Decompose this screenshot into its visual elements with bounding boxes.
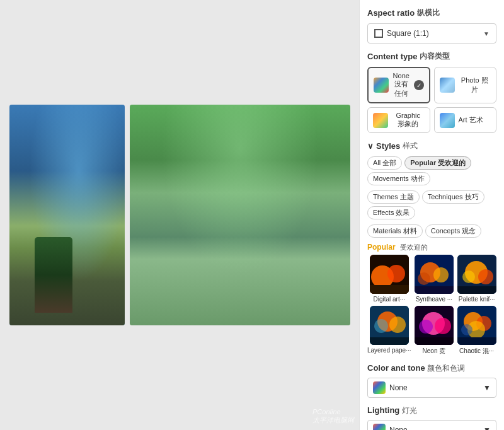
aspect-ratio-section: Aspect ratio 纵横比 Square (1:1) ▼ (367, 8, 496, 44)
tag-concepts[interactable]: Concepts 观念 (425, 224, 482, 238)
svg-rect-13 (49, 272, 60, 310)
svg-line-44 (316, 202, 319, 234)
color-tone-section: Color and tone 颜色和色调 None ▼ (367, 363, 496, 398)
svg-point-42 (190, 278, 205, 291)
tag-materials[interactable]: Materials 材料 (367, 224, 423, 238)
popular-chinese: 受欢迎的 (400, 243, 428, 251)
svg-point-49 (387, 265, 405, 282)
aspect-ratio-label: Aspect ratio (367, 8, 415, 18)
art-icon (440, 113, 455, 128)
svg-rect-22 (130, 142, 350, 218)
content-type-photo[interactable]: Photo 照片 (434, 67, 497, 103)
svg-line-43 (146, 199, 149, 231)
style-item-chaotic[interactable]: Chaotic 混··· (457, 306, 496, 356)
svg-point-31 (226, 261, 229, 264)
svg-point-53 (433, 267, 449, 282)
svg-point-63 (389, 317, 406, 333)
svg-rect-41 (257, 265, 283, 282)
photo-icon (440, 78, 455, 93)
image-left (9, 105, 125, 325)
content-type-graphic[interactable]: Graphic 形象的 (367, 107, 430, 133)
lighting-dropdown[interactable]: None ▼ (367, 420, 496, 430)
svg-rect-7 (63, 187, 72, 199)
popular-header: Popular 受欢迎的 (367, 243, 496, 252)
aspect-ratio-value: Square (1:1) (387, 29, 429, 38)
svg-rect-60 (457, 286, 496, 294)
image-container (9, 105, 350, 325)
tag-movements[interactable]: Movements 动作 (367, 172, 430, 185)
style-item-neon[interactable]: Neon 霓 (415, 306, 454, 356)
color-tone-chevron-icon: ▼ (483, 383, 491, 392)
aspect-ratio-chinese: 纵横比 (417, 8, 440, 18)
style-item-layered-paper[interactable]: Layered pape··· (367, 306, 411, 356)
style-tags-row3: Materials 材料 Concepts 观念 (367, 224, 496, 238)
tag-themes[interactable]: Themes 主题 (367, 190, 420, 204)
style-item-syntheave[interactable]: Syntheave ··· (415, 255, 454, 303)
content-type-title: Content type 内容类型 (367, 51, 496, 62)
svg-point-58 (478, 269, 493, 284)
style-name-digital-art: Digital art··· (367, 296, 411, 303)
svg-point-38 (227, 235, 253, 258)
aspect-ratio-dropdown[interactable]: Square (1:1) ▼ (367, 23, 496, 44)
svg-point-34 (248, 270, 251, 273)
svg-point-24 (180, 120, 256, 177)
style-name-layered-paper: Layered pape··· (367, 347, 411, 354)
none-icon (374, 78, 389, 93)
style-thumb-digital-art (370, 255, 409, 294)
svg-point-4 (22, 295, 72, 305)
color-tone-label: Color and tone (367, 363, 425, 373)
lighting-value: None (389, 426, 408, 430)
tag-effects[interactable]: Effects 效果 (367, 206, 415, 219)
svg-rect-27 (130, 262, 350, 325)
svg-rect-2 (9, 206, 125, 325)
content-type-art[interactable]: Art 艺术 (434, 107, 497, 133)
graphic-icon (373, 113, 388, 128)
svg-point-39 (227, 233, 253, 248)
check-icon: ✓ (414, 80, 424, 90)
svg-point-36 (239, 281, 241, 284)
tag-techniques[interactable]: Techniques 技巧 (422, 190, 484, 204)
svg-rect-11 (36, 228, 61, 278)
style-tags-row2: Themes 主题 Techniques 技巧 Effects 效果 (367, 190, 496, 219)
svg-point-75 (461, 324, 472, 335)
popular-label: Popular (367, 243, 396, 252)
image-right (130, 105, 350, 325)
svg-rect-0 (9, 105, 125, 325)
svg-point-25 (253, 127, 322, 177)
svg-point-9 (9, 168, 101, 206)
style-item-palette-knife[interactable]: Palette knif··· (457, 255, 496, 303)
style-item-digital-art[interactable]: Digital art··· (367, 255, 411, 303)
svg-point-64 (374, 319, 388, 333)
svg-line-45 (177, 202, 180, 237)
tag-all[interactable]: All 全部 (367, 156, 402, 170)
lighting-chinese: 灯光 (402, 406, 417, 415)
styles-label: Styles (376, 141, 400, 151)
lighting-icon (373, 424, 386, 430)
none-label: None 没有任何 (392, 72, 410, 98)
styles-section: ∨ Styles 样式 All 全部 Popular 受欢迎的 Movement… (367, 141, 496, 356)
tag-popular[interactable]: Popular 受欢迎的 (404, 156, 471, 170)
svg-rect-21 (130, 105, 350, 325)
svg-line-17 (38, 111, 41, 149)
lighting-section: Lighting 灯光 None ▼ (367, 405, 496, 430)
color-tone-value: None (389, 383, 408, 392)
svg-point-59 (462, 270, 475, 283)
svg-rect-76 (457, 337, 496, 345)
color-tone-left: None (373, 381, 408, 394)
svg-rect-14 (36, 303, 47, 316)
svg-rect-1 (9, 155, 125, 231)
lighting-label: Lighting (367, 405, 399, 415)
style-thumb-palette-knife (457, 255, 496, 294)
style-name-palette-knife: Palette knif··· (457, 296, 496, 303)
lighting-left: None (373, 424, 408, 430)
content-type-none[interactable]: None 没有任何 ✓ (367, 67, 430, 103)
svg-point-28 (190, 281, 290, 306)
svg-rect-12 (36, 272, 47, 310)
svg-rect-30 (221, 253, 259, 316)
svg-point-35 (229, 277, 232, 279)
art-label: Art 艺术 (459, 115, 483, 125)
lighting-chevron-icon: ▼ (483, 426, 491, 430)
color-tone-dropdown[interactable]: None ▼ (367, 378, 496, 398)
right-panel: Aspect ratio 纵横比 Square (1:1) ▼ Content … (359, 0, 504, 430)
content-type-label: Content type (367, 52, 417, 61)
